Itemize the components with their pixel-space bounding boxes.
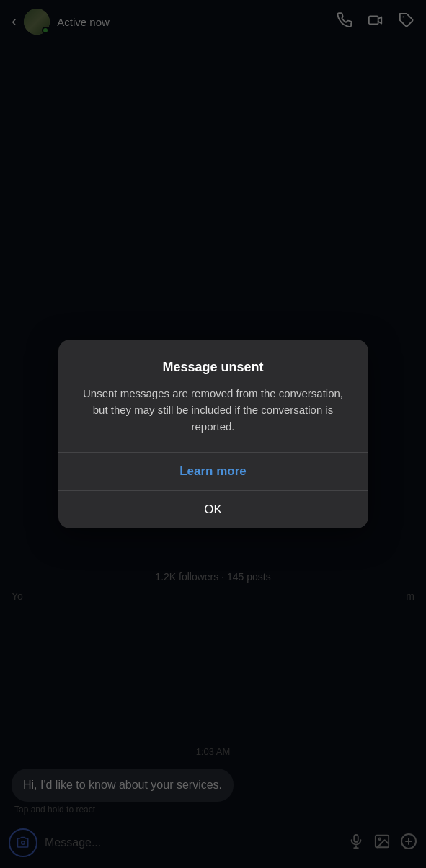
message-unsent-dialog: Message unsent Unsent messages are remov… — [58, 340, 368, 529]
dialog-title: Message unsent — [76, 360, 351, 375]
learn-more-button[interactable]: Learn more — [58, 453, 368, 490]
dialog-content: Message unsent Unsent messages are remov… — [58, 340, 368, 453]
modal-overlay: Message unsent Unsent messages are remov… — [0, 0, 426, 868]
ok-button[interactable]: OK — [58, 491, 368, 528]
dialog-message: Unsent messages are removed from the con… — [76, 385, 351, 435]
